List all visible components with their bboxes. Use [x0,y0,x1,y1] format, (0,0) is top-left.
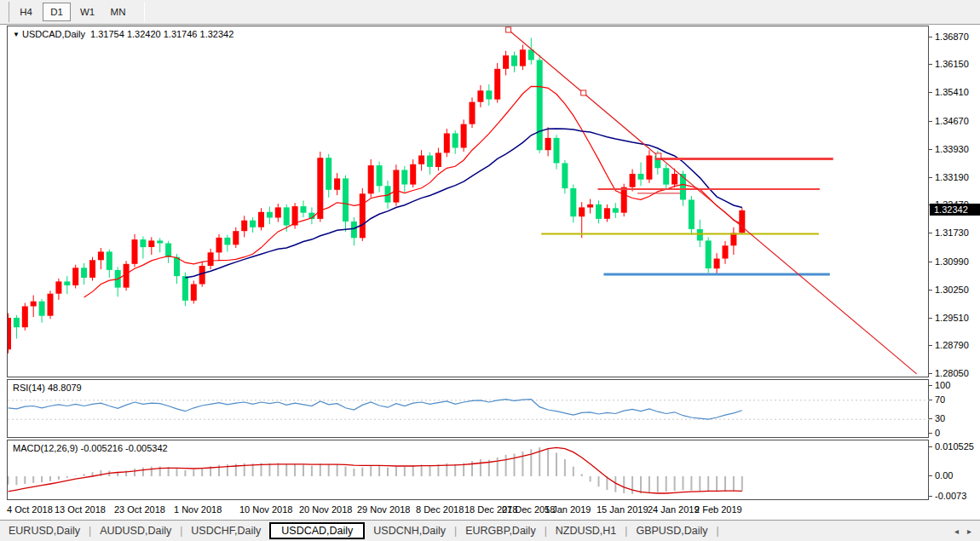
horizontal-lines[interactable] [541,159,833,274]
price-axis-label: 1.30990 [935,256,969,267]
tab-usdcnh-daily[interactable]: USDCNH,Daily [365,523,454,538]
date-axis-label: 29 Nov 2018 [357,504,410,515]
macd-values: -0.005216 -0.005342 [80,443,167,453]
tab-eurgbp-daily[interactable]: EURGBP,Daily [457,523,544,538]
trendline-handle [581,90,586,95]
macd-axis-label: 0.010525 [935,441,974,452]
tab-separator [716,525,718,537]
tab-nzdusd-h1[interactable]: NZDUSD,H1 [547,523,625,538]
macd-name: MACD(12,26,9) [13,443,78,453]
rsi-line [9,400,742,420]
rsi-axis-label: 0 [935,428,940,438]
price-axis-label: 1.29510 [935,313,969,323]
macd-axis-label-tick [929,496,932,497]
macd-axis-label-tick [929,475,932,476]
timeframe-button-d1[interactable]: D1 [43,3,71,21]
rsi-axis-label: 30 [935,413,945,423]
macd-axis-label-tick [929,446,932,447]
macd-axis-label: -0.0073 [935,491,966,501]
scroll-left-icon[interactable]: ◂ [954,527,959,536]
rsi-name: RSI(14) [13,383,45,393]
timeframe-button-mn[interactable]: MN [104,3,132,21]
trendline-handle [506,27,511,32]
trendline-handle [656,153,661,158]
toolbar-separator [144,2,145,22]
price-axis-label-tick [929,149,932,150]
dropdown-triangle-icon: ▼ [13,31,20,38]
macd-histogram [9,447,742,494]
chart-title: ▼ USDCAD,Daily 1.31754 1.32420 1.31746 1… [13,29,233,39]
current-price-badge: 1.32342 [930,204,980,216]
timeframe-button-w1[interactable]: W1 [73,3,101,21]
trading-terminal-window: H4 D1 W1 MN ▼ USDCAD,Daily 1.31754 1.324… [0,0,980,541]
rsi-axis-label-tick [929,385,932,386]
price-axis-label-tick [929,318,932,319]
date-axis[interactable]: 4 Oct 201813 Oct 201823 Oct 20181 Nov 20… [0,502,980,519]
price-axis-label-tick [929,37,932,37]
price-axis-label: 1.28790 [935,340,969,350]
price-axis-label: 1.30250 [935,285,969,295]
symbol-tab-bar: EURUSD,Daily AUDUSD,Daily USDCHF,Daily U… [0,520,980,541]
chart-ohlc-values: 1.31754 1.32420 1.31746 1.32342 [90,29,233,39]
tab-eurusd-daily[interactable]: EURUSD,Daily [0,523,89,538]
price-axis-label: 1.34670 [935,116,969,126]
date-axis-label: 4 Oct 2018 [7,504,53,515]
date-axis-label: 20 Nov 2018 [299,504,352,515]
rsi-axis-label-tick [929,433,932,434]
scroll-right-icon[interactable]: ▸ [967,527,971,536]
price-axis-label: 1.33930 [935,144,969,154]
rsi-axis-label-tick [929,418,932,419]
date-axis-label: 15 Jan 2019 [597,504,649,515]
date-axis-label: 24 Jan 2019 [648,504,700,515]
tab-scroll-arrows: ◂ ▸ [954,527,971,536]
macd-label: MACD(12,26,9) -0.005216 -0.005342 [13,443,168,453]
price-axis-label-tick [929,92,932,93]
rsi-axis-label: 70 [935,394,945,405]
price-axis-label-tick [929,290,932,291]
tab-gbpusd-daily[interactable]: GBPUSD,Daily [627,523,716,538]
date-axis-label: 5 Jan 2019 [545,504,591,515]
trendline[interactable] [506,27,917,374]
price-axis-label: 1.31730 [935,227,969,238]
candles [8,37,745,353]
candlestick-chart[interactable] [8,26,930,378]
rsi-value: 48.8079 [48,383,82,393]
price-axis-label: 1.28050 [935,368,969,378]
rsi-axis-label-tick [929,400,932,400]
rsi-indicator-panel[interactable]: RSI(14) 48.8079 [7,379,929,438]
price-axis-label-tick [929,177,932,178]
main-chart-panel[interactable]: ▼ USDCAD,Daily 1.31754 1.32420 1.31746 1… [7,26,929,377]
rsi-label: RSI(14) 48.8079 [13,383,82,393]
price-axis-label-tick [929,262,932,262]
price-axis-label-tick [929,345,932,346]
tab-usdchf-daily[interactable]: USDCHF,Daily [182,523,269,538]
rsi-chart[interactable] [8,380,930,439]
date-axis-label: 1 Nov 2018 [174,504,222,515]
price-axis-label-tick [929,233,932,233]
timeframe-toolbar: H4 D1 W1 MN [0,0,980,25]
macd-indicator-panel[interactable]: MACD(12,26,9) -0.005216 -0.005342 [7,440,929,500]
tab-audusd-daily[interactable]: AUDUSD,Daily [91,523,180,538]
date-axis-label: 23 Oct 2018 [114,504,165,515]
price-axis[interactable]: 1.368701.361501.354101.346701.339301.331… [929,26,980,518]
ma-fast-line [84,86,742,297]
price-axis-label-tick [929,121,932,122]
price-axis-label-tick [929,373,932,374]
timeframe-button-h4[interactable]: H4 [12,3,40,21]
price-axis-label: 1.33190 [935,172,969,182]
rsi-axis-label: 100 [935,380,950,390]
date-axis-label: 2 Feb 2019 [695,504,742,515]
chart-symbol-label: USDCAD,Daily [22,29,85,39]
date-axis-label: 8 Dec 2018 [416,504,464,515]
price-axis-label: 1.35410 [935,87,969,97]
date-axis-label: 13 Oct 2018 [55,504,106,515]
tab-usdcad-daily[interactable]: USDCAD,Daily [269,522,365,539]
toolbar-grip [9,2,9,22]
date-axis-label: 10 Nov 2018 [239,504,292,515]
price-axis-label: 1.36150 [935,59,969,69]
macd-axis-label: 0.00 [935,470,953,481]
price-axis-label-tick [929,64,932,65]
price-axis-label: 1.36870 [935,32,969,42]
